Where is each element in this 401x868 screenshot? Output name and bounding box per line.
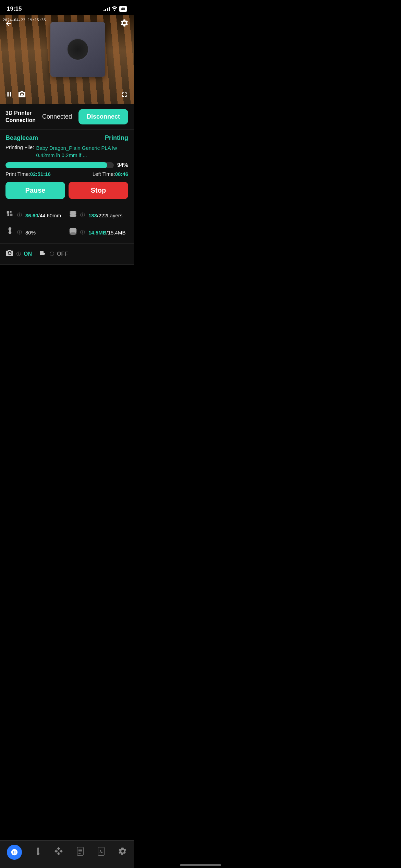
filament-help-icon: ⓘ: [80, 229, 85, 236]
camera-media-icon: [5, 249, 14, 259]
connection-status: Connected: [42, 113, 72, 120]
filament-stat: ⓘ 14.5MB/15.4MB: [69, 227, 128, 238]
connection-section: 3D Printer Connection Connected Disconne…: [0, 104, 134, 130]
video-status: OFF: [57, 251, 68, 257]
svg-point-0: [114, 10, 115, 11]
battery-icon: 40: [119, 6, 127, 12]
layers-value: 183/222Layers: [88, 213, 122, 218]
video-media-icon: [39, 249, 47, 259]
print-time: Print Time:02:51:16: [5, 171, 51, 177]
signal-icon: [104, 7, 110, 11]
camera-controls: [0, 91, 134, 100]
wifi-icon: [111, 6, 118, 12]
svg-rect-4: [10, 214, 12, 216]
layers-icon: [69, 210, 77, 220]
fan-value: 80%: [25, 230, 36, 236]
stats-section: ⓘ 36.60/44.60mm ⓘ 183/222Layers: [0, 204, 134, 244]
camera-feed: 2024-04-23 19:15:35: [0, 15, 134, 104]
height-value: 36.60/44.60mm: [25, 213, 61, 218]
camera-snapshot-button[interactable]: [18, 91, 26, 100]
back-button[interactable]: [5, 20, 12, 29]
fullscreen-button[interactable]: [121, 91, 128, 100]
camera-help-icon: ⓘ: [16, 251, 21, 257]
printer-status: Printing: [105, 134, 128, 142]
layers-stat: ⓘ 183/222Layers: [69, 210, 128, 221]
svg-rect-3: [8, 214, 10, 216]
progress-percent: 94%: [117, 162, 128, 168]
pause-button[interactable]: Pause: [5, 182, 65, 199]
progress-container: 94%: [5, 162, 128, 168]
svg-rect-2: [10, 211, 12, 213]
filament-value: 14.5MB/15.4MB: [88, 230, 125, 236]
printer-image: [50, 22, 105, 77]
printer-name: Beaglecam: [5, 134, 38, 142]
settings-button[interactable]: [120, 19, 129, 29]
print-section: Beaglecam Printing Printing File: Baby D…: [0, 130, 134, 204]
printer-header: Beaglecam Printing: [5, 134, 128, 142]
print-file-row: Printing File: Baby Dragon_Plain Generic…: [5, 144, 128, 159]
connection-label: 3D Printer Connection: [5, 110, 36, 124]
height-icon: [5, 210, 14, 221]
camera-status: ON: [24, 251, 32, 257]
status-bar: 19:15 40: [0, 0, 134, 15]
video-media-item: ⓘ OFF: [39, 249, 68, 259]
height-stat: ⓘ 36.60/44.60mm: [5, 210, 65, 221]
video-help-icon: ⓘ: [50, 251, 54, 257]
svg-point-8: [9, 231, 10, 232]
progress-fill: [5, 162, 107, 168]
status-icons: 40: [104, 6, 127, 12]
progress-track: [5, 162, 114, 168]
fan-help-icon: ⓘ: [17, 229, 22, 236]
svg-point-7: [70, 215, 76, 217]
print-file-name: Baby Dragon_Plain Generic PLA lw 0.42mm …: [36, 144, 128, 159]
status-time: 19:15: [7, 5, 22, 12]
svg-point-6: [70, 213, 76, 215]
height-help-icon: ⓘ: [17, 212, 22, 218]
svg-rect-1: [7, 211, 9, 214]
print-file-label: Printing File:: [5, 144, 34, 150]
action-buttons: Pause Stop: [5, 182, 128, 199]
svg-point-12: [70, 232, 76, 235]
fan-icon: [5, 227, 14, 238]
stats-grid: ⓘ 36.60/44.60mm ⓘ 183/222Layers: [5, 210, 128, 238]
media-section: ⓘ ON ⓘ OFF: [0, 244, 134, 265]
fan-stat: ⓘ 80%: [5, 227, 65, 238]
layers-help-icon: ⓘ: [80, 212, 85, 218]
disconnect-button[interactable]: Disconnect: [78, 109, 128, 124]
time-row: Print Time:02:51:16 Left Time:08:46: [5, 171, 128, 177]
svg-point-5: [70, 211, 76, 213]
stop-button[interactable]: Stop: [69, 182, 128, 199]
camera-media-item: ⓘ ON: [5, 249, 32, 259]
pause-video-button[interactable]: [5, 91, 13, 100]
filament-icon: [69, 227, 77, 238]
left-time: Left Time:08:46: [93, 171, 128, 177]
